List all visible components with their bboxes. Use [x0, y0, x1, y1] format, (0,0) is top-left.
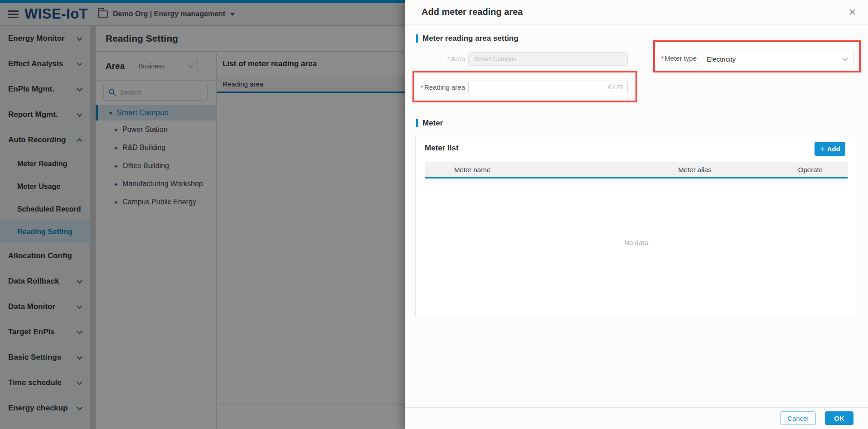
meter-type-select-value: Electricity — [707, 55, 736, 63]
chevron-down-icon — [842, 55, 848, 61]
add-button-label: Add — [827, 145, 840, 153]
char-counter: 0 / 20 — [608, 81, 623, 94]
empty-state-text: No data — [416, 239, 857, 246]
area-field-label: *Area — [405, 52, 465, 66]
meter-type-select[interactable]: Electricity — [701, 52, 854, 66]
column-meter-alias: Meter alias — [615, 166, 775, 174]
column-meter-name: Meter name — [425, 166, 615, 174]
section-meter-reading-area-setting: Meter reading area setting — [416, 34, 519, 43]
meter-table-header: Meter name Meter alias Operate — [425, 162, 848, 178]
meter-list-panel: Meter list + Add Meter name Meter alias … — [415, 136, 857, 317]
required-mark: * — [661, 54, 664, 62]
section-accent-bar — [416, 119, 418, 127]
reading-area-field-label: *Reading area — [405, 81, 465, 94]
meter-type-field-label: *Meter type — [592, 52, 697, 65]
app-screen: WISE-IoT Demo Org | Energy management En… — [0, 0, 868, 429]
section-title: Meter reading area setting — [422, 34, 519, 43]
modal-dim-overlay — [0, 0, 405, 429]
drawer-footer-divider — [405, 407, 868, 408]
required-mark: * — [447, 55, 450, 63]
section-title: Meter — [422, 119, 443, 128]
ok-button[interactable]: OK — [825, 411, 853, 425]
column-operate: Operate — [775, 166, 848, 174]
required-mark: * — [421, 83, 423, 91]
close-icon[interactable]: ✕ — [848, 7, 856, 17]
area-field-value: Smart Campus — [474, 53, 516, 65]
drawer-title: Add meter reading area — [422, 7, 523, 17]
add-meter-button[interactable]: + Add — [815, 142, 845, 156]
section-accent-bar — [416, 34, 418, 43]
add-meter-reading-area-drawer: Add meter reading area ✕ Meter reading a… — [405, 0, 868, 429]
reading-area-field: 0 / 20 — [468, 81, 628, 94]
reading-area-input[interactable] — [474, 81, 592, 94]
cancel-button[interactable]: Cancel — [780, 411, 816, 425]
drawer-header: Add meter reading area ✕ — [405, 0, 868, 24]
section-meter: Meter — [416, 119, 443, 128]
plus-icon: + — [820, 145, 824, 153]
meter-list-title: Meter list — [425, 144, 459, 153]
